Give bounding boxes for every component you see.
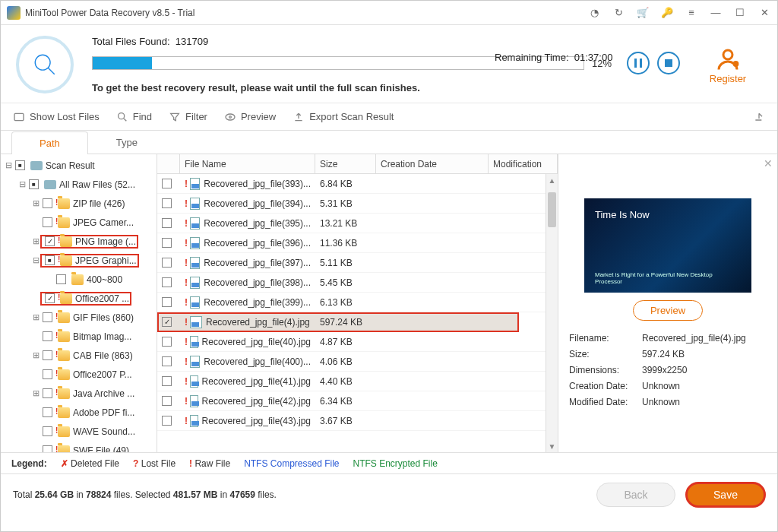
file-checkbox[interactable] xyxy=(162,179,172,188)
maximize-icon[interactable]: ☐ xyxy=(733,6,747,20)
file-row[interactable]: !Recovered_jpg_file(395)...13.21 KB xyxy=(157,214,558,233)
tree-item[interactable]: Office2007 P... xyxy=(1,365,157,384)
tree-item[interactable]: Office2007 ... xyxy=(1,289,157,308)
file-row[interactable]: !Recovered_jpg_file(398)...5.45 KB xyxy=(157,273,558,293)
scroll-thumb[interactable] xyxy=(548,192,556,227)
file-name: Recovered_jpg_file(4).jpg xyxy=(206,317,310,328)
show-lost-files-button[interactable]: Show Lost Files xyxy=(13,111,100,123)
tree-item[interactable]: ⊞GIF Files (860) xyxy=(1,308,157,327)
file-name: Recovered_jpg_file(40).jpg xyxy=(202,337,311,347)
file-name: Recovered_jpg_file(400)... xyxy=(204,356,311,367)
tree-item[interactable]: JPEG Camer... xyxy=(1,213,157,232)
col-modification[interactable]: Modification xyxy=(489,154,558,173)
save-button[interactable]: Save xyxy=(686,483,765,507)
tree-item[interactable]: SWF File (49) xyxy=(1,441,157,452)
meta-value: Unknown xyxy=(642,397,680,407)
file-row[interactable]: !Recovered_jpg_file(399)...6.13 KB xyxy=(157,293,558,312)
filter-button[interactable]: Filter xyxy=(169,111,207,123)
file-list: File Name Size Creation Date Modificatio… xyxy=(157,154,558,452)
file-row[interactable]: !Recovered_jpg_file(393)...6.84 KB xyxy=(157,174,558,194)
file-checkbox[interactable] xyxy=(162,396,172,406)
legend-label: Legend: xyxy=(11,458,47,469)
svg-line-9 xyxy=(124,119,126,121)
close-preview-icon[interactable]: ✕ xyxy=(764,157,773,169)
tree-item[interactable]: ⊞PNG Image (... xyxy=(1,232,157,251)
file-list-scrollbar[interactable]: ▲ ▼ xyxy=(546,174,558,452)
col-creation-date[interactable]: Creation Date xyxy=(376,154,489,173)
file-row[interactable]: !Recovered_jpg_file(40).jpg4.87 KB xyxy=(157,332,558,352)
svg-point-8 xyxy=(118,112,124,119)
file-size: 5.31 KB xyxy=(315,198,376,209)
scan-progress-bar: Total Files Found: 131709 Remaining Time… xyxy=(1,25,777,103)
tree-item[interactable]: ⊞CAB File (863) xyxy=(1,346,157,365)
back-button[interactable]: Back xyxy=(596,483,675,507)
scroll-up-icon[interactable]: ▲ xyxy=(546,174,558,186)
cart-icon[interactable]: 🛒 xyxy=(636,6,650,20)
menu-icon[interactable]: ≡ xyxy=(685,6,698,20)
tree-item[interactable]: ⊟JPEG Graphi... xyxy=(1,251,157,270)
meta-value: 3999x2250 xyxy=(642,365,687,375)
file-row[interactable]: !Recovered_jpg_file(43).jpg3.67 KB xyxy=(157,411,558,431)
file-size: 4.40 KB xyxy=(315,376,376,387)
file-icon xyxy=(190,217,200,230)
scroll-down-icon[interactable]: ▼ xyxy=(546,440,558,452)
scan-animation-icon xyxy=(16,36,74,93)
pause-button[interactable] xyxy=(627,52,650,74)
export-button[interactable]: Export Scan Result xyxy=(293,111,394,123)
register-button[interactable]: Register xyxy=(694,46,762,84)
tree-item[interactable]: WAVE Sound... xyxy=(1,422,157,441)
tree-item[interactable]: ⊞Java Archive ... xyxy=(1,384,157,403)
preview-thumbnail: Time Is Now Market is Right for a Powerf… xyxy=(584,198,751,293)
main-panes: ⊟Scan Result⊟All Raw Files (52...⊞ZIP fi… xyxy=(1,154,777,452)
file-size: 597.24 KB xyxy=(315,317,376,328)
meta-key: Creation Date: xyxy=(569,381,642,391)
stop-button[interactable] xyxy=(657,52,680,74)
file-checkbox[interactable] xyxy=(162,258,172,268)
tree-item[interactable]: ⊟Scan Result xyxy=(1,156,157,175)
file-checkbox[interactable] xyxy=(162,416,172,426)
file-icon xyxy=(190,375,198,388)
clock-icon[interactable]: ◔ xyxy=(587,6,601,20)
tree-item[interactable]: 400~800 xyxy=(1,270,157,289)
share-icon[interactable] xyxy=(753,111,765,123)
file-checkbox[interactable] xyxy=(162,337,172,347)
preview-image-subtitle: Market is Right for a Powerful New Deskt… xyxy=(595,271,741,285)
file-row[interactable]: !Recovered_jpg_file(42).jpg6.34 KB xyxy=(157,391,558,411)
close-icon[interactable]: ✕ xyxy=(757,6,771,20)
tab-path[interactable]: Path xyxy=(11,131,88,154)
preview-button[interactable]: Preview xyxy=(224,111,276,123)
file-checkbox[interactable] xyxy=(162,277,172,287)
file-checkbox[interactable] xyxy=(162,238,172,248)
file-checkbox[interactable] xyxy=(162,218,172,228)
file-row[interactable]: !Recovered_jpg_file(397)...5.11 KB xyxy=(157,253,558,273)
tree-item[interactable]: Adobe PDF fi... xyxy=(1,403,157,422)
file-row[interactable]: !Recovered_jpg_file(4).jpg597.24 KB xyxy=(157,312,519,332)
col-filename[interactable]: File Name xyxy=(180,154,315,173)
folder-tree: ⊟Scan Result⊟All Raw Files (52...⊞ZIP fi… xyxy=(1,154,157,452)
tree-item[interactable]: ⊟All Raw Files (52... xyxy=(1,175,157,194)
file-checkbox[interactable] xyxy=(162,356,172,366)
legend-bar: Legend: ✗ Deleted File ? Lost File ! Raw… xyxy=(1,452,777,473)
minimize-icon[interactable]: — xyxy=(709,6,723,20)
file-row[interactable]: !Recovered_jpg_file(396)...11.36 KB xyxy=(157,233,558,253)
file-row[interactable]: !Recovered_jpg_file(394)...5.31 KB xyxy=(157,194,558,214)
open-preview-button[interactable]: Preview xyxy=(633,300,703,321)
file-checkbox[interactable] xyxy=(162,297,172,307)
meta-value: Unknown xyxy=(642,381,680,391)
find-button[interactable]: Find xyxy=(116,111,152,123)
key-icon[interactable]: 🔑 xyxy=(660,6,674,20)
meta-value: Recovered_jpg_file(4).jpg xyxy=(642,333,746,344)
refresh-icon[interactable]: ↻ xyxy=(612,6,625,20)
file-checkbox[interactable] xyxy=(162,317,172,327)
file-row[interactable]: !Recovered_jpg_file(41).jpg4.40 KB xyxy=(157,372,558,391)
tree-item[interactable]: Bitmap Imag... xyxy=(1,327,157,346)
remaining-label: Remaining Time: xyxy=(495,52,569,63)
col-size[interactable]: Size xyxy=(315,154,376,173)
register-label: Register xyxy=(710,73,746,84)
file-checkbox[interactable] xyxy=(162,376,172,386)
tree-item[interactable]: ⊞ZIP file (426) xyxy=(1,194,157,213)
tab-type[interactable]: Type xyxy=(88,131,166,154)
file-row[interactable]: !Recovered_jpg_file(400)...4.06 KB xyxy=(157,352,558,372)
file-checkbox[interactable] xyxy=(162,198,172,208)
file-list-header: File Name Size Creation Date Modificatio… xyxy=(157,154,558,174)
